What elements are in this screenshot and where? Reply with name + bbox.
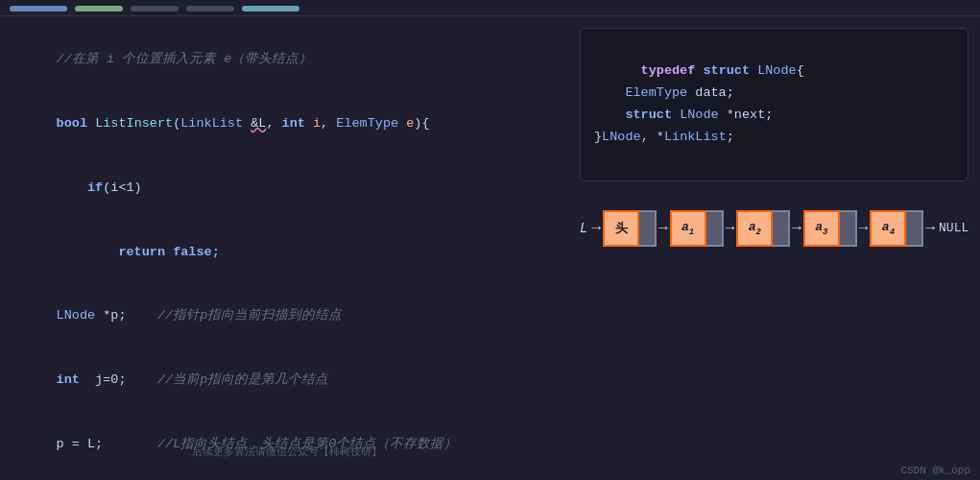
node-a4-data: a4 (870, 210, 906, 247)
watermark-text: CSDN @k_opp (900, 465, 970, 476)
tab-3[interactable] (131, 6, 179, 12)
typedef-linklist: LinkList (664, 130, 727, 144)
typedef-lnode-name: LNode (757, 63, 797, 78)
kw-if: if (87, 180, 103, 195)
type-linklist: LinkList (180, 116, 251, 131)
a1-sub: 1 (689, 227, 694, 236)
node-head: 头 (603, 210, 657, 247)
cond-i: (i<1) (103, 180, 142, 195)
kw-bool: bool (57, 116, 96, 131)
null-end-label: NULL (939, 221, 968, 235)
bottom-text: 后续更多算法请微信公众号【柿树技研】 (192, 446, 382, 458)
a2-label: a2 (749, 220, 761, 237)
node-a3-data: a3 (803, 210, 840, 247)
type-elemtype: ElemType (336, 116, 406, 131)
node-a3: a3 (803, 210, 857, 247)
kw-struct-1: struct (703, 63, 757, 78)
code-line-5: int j=0; //当前p指向的是第几个结点 (10, 348, 557, 413)
typedef-block: typedef struct LNode{ ElemType data; str… (580, 28, 968, 181)
code-panel: //在第 i 个位置插入元素 e（带头结点） bool ListInsert(L… (0, 24, 566, 477)
comma2: , (321, 116, 336, 131)
node-a3-ptr (840, 210, 857, 247)
typedef-data: data; (687, 85, 734, 100)
assign-p-L: p = L; (57, 437, 157, 451)
arrow-3-4: → (857, 220, 871, 237)
arrow-0-1: → (657, 220, 670, 237)
kw-int-2: int (57, 372, 87, 387)
tab-bar (0, 0, 980, 16)
tab-4[interactable] (186, 6, 234, 12)
node-a2: a2 (736, 210, 790, 247)
code-line-2: if(i<1) (10, 156, 557, 221)
arrow-L-head: → (589, 220, 603, 237)
param-L: &L (251, 116, 266, 131)
tab-1[interactable] (10, 6, 67, 12)
typedef-indent2 (594, 108, 625, 122)
comment-j: //当前p指向的是第几个结点 (157, 372, 328, 387)
right-panel: typedef struct LNode{ ElemType data; str… (566, 24, 980, 477)
type-lnode-1: LNode (57, 308, 104, 323)
comment-p: //指针p指向当前扫描到的结点 (157, 308, 342, 323)
node-head-data: 头 (603, 210, 639, 247)
indent1 (57, 180, 87, 195)
linked-list-diagram: L → 头 → a1 → a2 → a3 (580, 210, 968, 247)
L-label: L (580, 221, 587, 236)
arrow-2-3: → (790, 220, 803, 237)
typedef-semi: ; (727, 130, 734, 144)
a3-sub: 3 (823, 227, 827, 236)
node-a2-data: a2 (736, 210, 773, 247)
code-line-3: return false; (10, 220, 557, 284)
typedef-elemtype: ElemType (625, 85, 687, 100)
code-line-1: bool ListInsert(LinkList &L, int i, Elem… (10, 92, 557, 156)
code-line-4: LNode *p; //指针p指向当前扫描到的结点 (10, 284, 557, 348)
param-i: i (313, 116, 321, 131)
arrow-4-null: → (923, 220, 937, 237)
watermark: CSDN @k_opp (900, 465, 970, 476)
code-comment-insert: //在第 i 个位置插入元素 e（带头结点） (10, 28, 557, 92)
typedef-lnode-2: LNode (680, 108, 719, 122)
node-a1-data: a1 (670, 210, 706, 247)
node-a1: a1 (670, 210, 724, 247)
typedef-brace-open: { (797, 63, 804, 78)
paren-close-brace: ){ (414, 116, 429, 131)
comma1: , (266, 116, 281, 131)
indent2 (57, 245, 119, 259)
kw-int: int (282, 116, 313, 131)
comment-insert-text: //在第 i 个位置插入元素 e（带头结点） (57, 52, 313, 66)
node-a4: a4 (870, 210, 923, 247)
a4-label: a4 (882, 220, 895, 237)
typedef-lnode-alias: LNode (602, 130, 641, 144)
var-j: j=0; (87, 372, 157, 387)
typedef-indent1 (594, 85, 625, 100)
arrow-1-2: → (724, 220, 737, 237)
node-a2-ptr (773, 210, 790, 247)
bottom-bar: 后续更多算法请微信公众号【柿树技研】 (192, 444, 382, 459)
a1-label: a1 (681, 220, 694, 237)
ptr-p: *p; (103, 308, 157, 323)
kw-typedef: typedef (641, 63, 696, 78)
tab-2[interactable] (75, 6, 123, 12)
tab-5[interactable] (242, 6, 299, 12)
kw-struct-2: struct (625, 108, 680, 122)
fn-listinsert: ListInsert (95, 116, 173, 131)
kw-return-false-1: return false; (118, 245, 219, 259)
typedef-ptr-next: *next; (719, 108, 774, 122)
typedef-close: } (594, 130, 602, 144)
a2-sub: 2 (755, 227, 760, 236)
typedef-comma: , * (641, 130, 664, 144)
a3-label: a3 (815, 220, 827, 237)
node-a1-ptr (706, 210, 724, 247)
node-head-ptr (639, 210, 657, 247)
node-a4-ptr (906, 210, 923, 247)
main-container: //在第 i 个位置插入元素 e（带头结点） bool ListInsert(L… (0, 16, 980, 477)
a4-sub: 4 (890, 227, 895, 236)
